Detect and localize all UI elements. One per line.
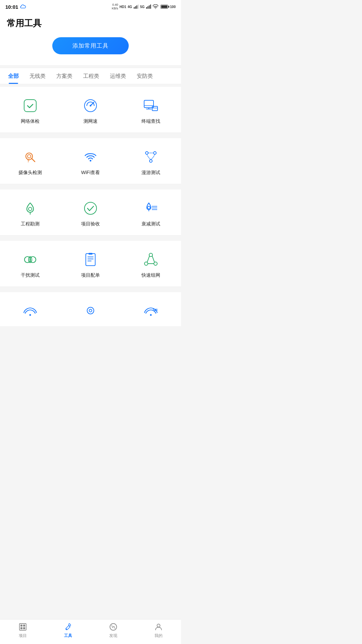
svg-point-11 xyxy=(90,105,92,107)
tabs-container: 全部 无线类 方案类 工程类 运维类 安防类 xyxy=(0,68,181,84)
partial-2-icon xyxy=(81,302,100,320)
partial-1-icon xyxy=(21,302,40,320)
speed-test-label: 测网速 xyxy=(83,118,98,124)
svg-point-48 xyxy=(87,307,94,314)
interference-test-icon xyxy=(21,250,40,269)
attenuation-test-icon xyxy=(141,199,160,218)
battery-icon xyxy=(161,5,168,9)
terminal-find-label: 终端查找 xyxy=(141,118,160,124)
svg-rect-5 xyxy=(147,6,148,9)
tool-quick-network[interactable]: 快速组网 xyxy=(121,241,181,287)
tab-security[interactable]: 安防类 xyxy=(131,68,158,84)
svg-rect-3 xyxy=(138,5,139,9)
signal-4g-icon xyxy=(133,4,139,9)
tool-partial-3[interactable] xyxy=(121,292,181,327)
status-time: 10:01 xyxy=(5,4,18,10)
tool-partial-2[interactable] xyxy=(60,292,121,327)
tab-solution[interactable]: 方案类 xyxy=(51,68,78,84)
row-divider-1 xyxy=(0,133,181,136)
tool-roaming-test[interactable]: 漫游测试 xyxy=(121,138,181,184)
partial-3-icon xyxy=(141,302,160,320)
svg-point-25 xyxy=(28,207,32,211)
svg-point-24 xyxy=(149,160,152,162)
tab-ops[interactable]: 运维类 xyxy=(105,68,131,84)
tabs-row: 全部 无线类 方案类 工程类 运维类 安防类 xyxy=(0,68,181,84)
svg-point-23 xyxy=(154,152,156,154)
svg-rect-0 xyxy=(134,7,135,9)
svg-point-21 xyxy=(90,160,92,162)
tools-grid-2: ? 摄像头检测 WiFi查看 xyxy=(0,138,181,184)
tools-row-3: 工程勘测 项目验收 xyxy=(0,190,181,235)
signal-5g-icon xyxy=(146,4,151,9)
tools-grid-5 xyxy=(0,292,181,327)
page-title: 常用工具 xyxy=(7,17,174,29)
status-bar: 10:01 0.40KB/s HD1 4G 5G 1 xyxy=(0,0,181,12)
tool-network-checkup[interactable]: 网络体检 xyxy=(0,87,60,133)
tools-row-2: ? 摄像头检测 WiFi查看 xyxy=(0,138,181,184)
interference-test-label: 干扰测试 xyxy=(21,272,40,278)
tool-project-bom[interactable]: 项目配单 xyxy=(60,241,121,287)
add-tool-button[interactable]: 添加常用工具 xyxy=(52,37,129,54)
svg-point-47 xyxy=(29,314,31,316)
svg-rect-2 xyxy=(136,5,137,9)
hd-label: HD1 xyxy=(120,5,126,9)
tools-row-4: 干扰测试 项目配单 xyxy=(0,241,181,287)
quick-network-icon xyxy=(141,250,160,269)
network-checkup-icon xyxy=(21,96,40,115)
wifi-view-icon xyxy=(81,148,100,166)
svg-rect-9 xyxy=(24,100,36,112)
row-divider-4 xyxy=(0,287,181,289)
header: 常用工具 添加常用工具 xyxy=(0,12,181,65)
roaming-test-icon xyxy=(141,148,160,166)
tab-engineering[interactable]: 工程类 xyxy=(78,68,105,84)
tool-wifi-view[interactable]: WiFi查看 xyxy=(60,138,121,184)
svg-point-27 xyxy=(84,202,97,214)
quick-network-label: 快速组网 xyxy=(141,272,160,278)
svg-point-19 xyxy=(27,155,31,158)
tab-all[interactable]: 全部 xyxy=(3,68,24,84)
svg-point-50 xyxy=(150,314,152,316)
status-icons: 0.40KB/s HD1 4G 5G 100 xyxy=(112,3,176,10)
network-checkup-label: 网络体检 xyxy=(21,118,40,124)
speed-test-icon xyxy=(81,96,100,115)
terminal-find-icon xyxy=(141,96,160,115)
tool-camera-detect[interactable]: ? 摄像头检测 xyxy=(0,138,60,184)
roaming-test-label: 漫游测试 xyxy=(141,170,160,176)
svg-rect-40 xyxy=(88,253,93,255)
network-speed: 0.40KB/s xyxy=(112,3,118,10)
project-acceptance-icon xyxy=(81,199,100,218)
svg-rect-7 xyxy=(150,5,151,9)
svg-point-22 xyxy=(145,152,148,154)
svg-point-28 xyxy=(147,206,150,209)
svg-rect-1 xyxy=(135,6,136,9)
camera-detect-icon: ? xyxy=(21,148,40,166)
5g-label: 5G xyxy=(140,5,144,9)
tool-terminal-find[interactable]: 终端查找 xyxy=(121,87,181,133)
project-bom-label: 项目配单 xyxy=(81,272,100,278)
tool-project-acceptance[interactable]: 项目验收 xyxy=(60,190,121,235)
svg-point-49 xyxy=(89,309,92,312)
tool-interference-test[interactable]: 干扰测试 xyxy=(0,241,60,287)
tools-grid-3: 工程勘测 项目验收 xyxy=(0,190,181,235)
battery-percent: 100 xyxy=(170,5,176,9)
svg-rect-16 xyxy=(152,106,158,111)
4g-label: 4G xyxy=(128,5,132,9)
tool-attenuation-test[interactable]: 衰减测试 xyxy=(121,190,181,235)
wifi-status-icon xyxy=(153,4,159,9)
cloud-icon xyxy=(20,4,26,9)
tool-partial-1[interactable] xyxy=(0,292,60,327)
svg-rect-6 xyxy=(149,5,150,9)
row-divider-3 xyxy=(0,235,181,238)
row-divider-2 xyxy=(0,184,181,187)
tool-engineering-survey[interactable]: 工程勘测 xyxy=(0,190,60,235)
svg-line-44 xyxy=(147,256,149,262)
tools-grid-1: 网络体检 测网速 xyxy=(0,87,181,133)
tab-wireless[interactable]: 无线类 xyxy=(24,68,51,84)
tool-speed-test[interactable]: 测网速 xyxy=(60,87,121,133)
tools-grid-4: 干扰测试 项目配单 xyxy=(0,241,181,287)
attenuation-test-label: 衰减测试 xyxy=(141,221,160,227)
project-acceptance-label: 项目验收 xyxy=(81,221,100,227)
svg-rect-4 xyxy=(146,7,147,9)
tabs-divider xyxy=(0,84,181,84)
svg-line-45 xyxy=(152,256,155,262)
